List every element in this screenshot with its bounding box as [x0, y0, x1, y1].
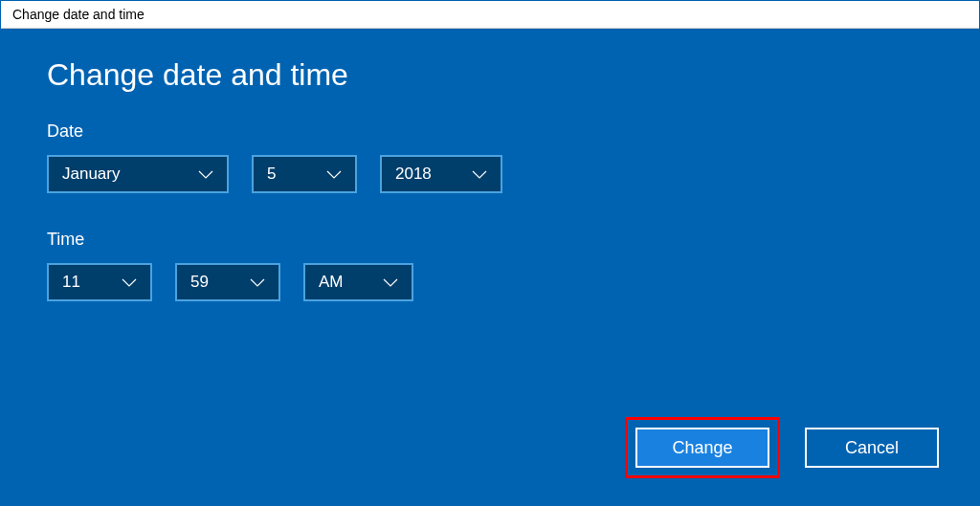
date-label: Date [47, 121, 933, 142]
chevron-down-icon [120, 273, 139, 292]
window-title: Change date and time [12, 7, 145, 22]
time-controls: 11 59 AM [47, 263, 933, 301]
window-titlebar: Change date and time [1, 1, 979, 29]
year-select[interactable]: 2018 [380, 155, 502, 193]
time-label: Time [47, 230, 933, 250]
chevron-down-icon [381, 273, 400, 292]
ampm-select[interactable]: AM [303, 263, 413, 301]
chevron-down-icon [470, 165, 489, 184]
highlight-annotation: Change [625, 417, 780, 478]
dialog-content: Change date and time Date January 5 [1, 29, 979, 505]
year-value: 2018 [395, 165, 432, 184]
ampm-value: AM [319, 273, 344, 292]
dialog-buttons: Change Cancel [625, 417, 939, 478]
chevron-down-icon [324, 165, 344, 184]
hour-value: 11 [62, 273, 80, 292]
month-value: January [62, 165, 120, 184]
chevron-down-icon [248, 273, 267, 292]
date-section: Date January 5 2018 [47, 121, 933, 193]
time-section: Time 11 59 AM [47, 230, 933, 301]
change-date-time-dialog: Change date and time Change date and tim… [0, 0, 980, 506]
month-select[interactable]: January [47, 155, 229, 193]
date-controls: January 5 2018 [47, 155, 933, 193]
day-value: 5 [267, 165, 276, 184]
day-select[interactable]: 5 [252, 155, 357, 193]
cancel-button[interactable]: Cancel [805, 428, 939, 468]
minute-value: 59 [190, 273, 209, 292]
minute-select[interactable]: 59 [175, 263, 280, 301]
change-button[interactable]: Change [635, 428, 769, 468]
hour-select[interactable]: 11 [47, 263, 152, 301]
chevron-down-icon [196, 165, 215, 184]
page-heading: Change date and time [47, 57, 933, 93]
